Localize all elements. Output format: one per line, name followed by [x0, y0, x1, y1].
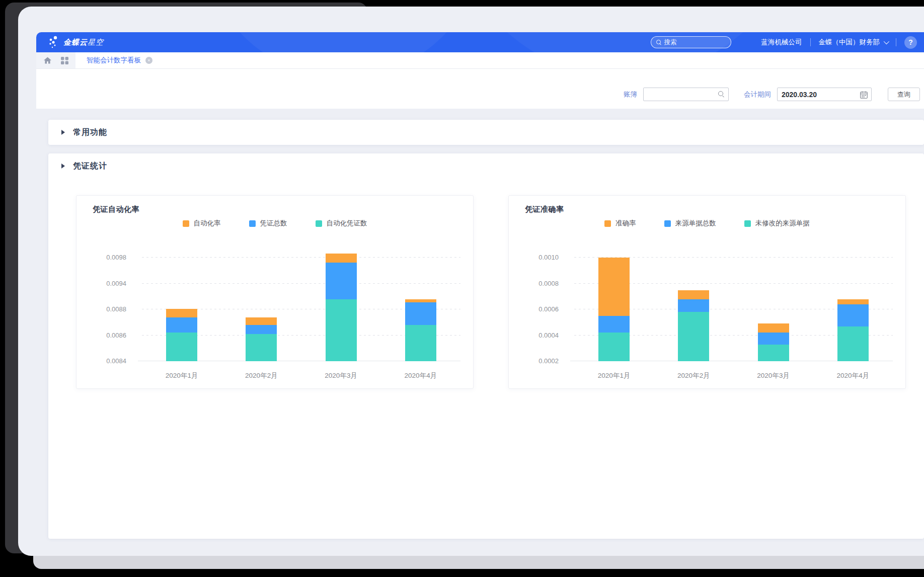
- tab-bar: 智能会计数字看板 ×: [36, 52, 924, 69]
- stacked-bar: [326, 246, 357, 361]
- y-axis: 0.00020.00040.00060.00080.0010: [509, 246, 567, 361]
- calendar-icon[interactable]: [860, 91, 868, 101]
- help-icon[interactable]: ?: [904, 36, 917, 49]
- desktop-background: 金蝶云星空 搜索 蓝海机械公司 金蝶（中国）财务部 ?: [0, 0, 924, 577]
- legend-label: 自动化率: [194, 219, 221, 228]
- bar-segment[interactable]: [166, 317, 197, 333]
- legend-item[interactable]: 自动化率: [183, 219, 221, 228]
- legend-swatch: [744, 220, 751, 227]
- y-tick-label: 0.0002: [538, 357, 559, 365]
- y-tick-label: 0.0086: [106, 332, 126, 340]
- bar-segment[interactable]: [837, 299, 869, 304]
- home-icon[interactable]: [43, 56, 52, 65]
- period-input[interactable]: [778, 88, 871, 101]
- bar-segment[interactable]: [166, 309, 197, 317]
- bar-segment[interactable]: [405, 299, 436, 303]
- y-tick-label: 0.0008: [538, 280, 559, 288]
- section-header[interactable]: 凭证统计: [48, 153, 924, 179]
- company-name[interactable]: 蓝海机械公司: [761, 38, 802, 47]
- section-common-functions[interactable]: 常用功能: [48, 120, 924, 145]
- org-switcher[interactable]: 金蝶（中国）财务部: [819, 38, 880, 47]
- bar-segment[interactable]: [837, 326, 869, 361]
- legend-swatch: [249, 220, 256, 227]
- bar-column: [654, 246, 733, 361]
- y-tick-label: 0.0006: [538, 305, 559, 313]
- bar-column: [381, 246, 460, 361]
- search-icon[interactable]: [718, 91, 724, 97]
- bar-segment[interactable]: [837, 304, 869, 326]
- bar-segment[interactable]: [405, 302, 436, 325]
- bar-column: [142, 246, 221, 361]
- bar-segment[interactable]: [758, 345, 789, 361]
- bar-segment[interactable]: [678, 312, 709, 361]
- bar-segment[interactable]: [598, 333, 630, 361]
- window-bottom-strip: [33, 556, 924, 569]
- x-axis-label: 2020年3月: [734, 371, 813, 380]
- bar-segment[interactable]: [598, 316, 630, 333]
- stacked-bar: [598, 246, 630, 361]
- x-axis-label: 2020年2月: [221, 371, 301, 380]
- y-axis: 0.00840.00860.00880.00940.0098: [76, 246, 134, 361]
- legend-item[interactable]: 自动化凭证数: [316, 219, 367, 228]
- app-header: 金蝶云星空 搜索 蓝海机械公司 金蝶（中国）财务部 ?: [36, 32, 924, 52]
- bar-segment[interactable]: [758, 323, 789, 333]
- search-icon: [656, 40, 661, 45]
- kingdee-dots-icon: [48, 36, 59, 49]
- x-axis-label: 2020年1月: [142, 371, 221, 380]
- bar-segment[interactable]: [758, 333, 789, 344]
- legend-item[interactable]: 准确率: [604, 219, 636, 228]
- chart-title: 凭证准确率: [525, 205, 564, 214]
- legend-item[interactable]: 未修改的来源单据: [744, 219, 810, 228]
- logo-text: 金蝶云星空: [63, 38, 104, 47]
- chevron-down-icon[interactable]: [884, 39, 889, 44]
- header-right: 搜索 蓝海机械公司 金蝶（中国）财务部 ?: [651, 32, 917, 52]
- collapse-arrow-icon: [61, 130, 65, 135]
- x-axis: 2020年1月2020年2月2020年3月2020年4月: [142, 371, 460, 380]
- chart-legend: 自动化率凭证总数自动化凭证数: [76, 219, 473, 228]
- bar-segment[interactable]: [326, 254, 357, 263]
- query-button[interactable]: 查询: [888, 88, 920, 101]
- apps-grid-icon[interactable]: [60, 56, 69, 65]
- global-search-input[interactable]: 搜索: [651, 36, 731, 48]
- bar-column: [574, 246, 654, 361]
- filter-toolbar: 账簿 会计期间: [36, 69, 924, 109]
- legend-item[interactable]: 凭证总数: [249, 219, 287, 228]
- bar-segment[interactable]: [326, 299, 357, 361]
- bar-segment[interactable]: [598, 258, 630, 316]
- bar-segment[interactable]: [246, 325, 277, 334]
- section-voucher-statistics: 凭证统计 凭证自动化率 自动化率凭证总数自动化凭证数 0.00840.00860…: [48, 153, 924, 539]
- bar-segment[interactable]: [166, 333, 197, 361]
- app-logo: 金蝶云星空: [48, 36, 104, 49]
- chart-title: 凭证自动化率: [93, 205, 139, 214]
- bar-segment[interactable]: [326, 263, 357, 299]
- stacked-bar: [678, 246, 709, 361]
- header-decoration: [202, 32, 484, 52]
- legend-item[interactable]: 来源单据总数: [664, 219, 716, 228]
- section-header[interactable]: 常用功能: [48, 120, 107, 145]
- x-axis: 2020年1月2020年2月2020年3月2020年4月: [574, 371, 893, 380]
- chart-legend: 准确率来源单据总数未修改的来源单据: [509, 219, 905, 228]
- tab-nav-icons: [36, 52, 75, 68]
- x-axis-label: 2020年2月: [654, 371, 733, 380]
- y-tick-label: 0.0010: [538, 254, 559, 262]
- stacked-bar: [246, 246, 277, 361]
- stacked-bar: [758, 246, 789, 361]
- bar-segment[interactable]: [246, 317, 277, 325]
- close-icon[interactable]: ×: [145, 57, 152, 64]
- bars-layer: [142, 246, 460, 361]
- charts-row: 凭证自动化率 自动化率凭证总数自动化凭证数 0.00840.00860.0088…: [76, 195, 906, 389]
- chart-card-voucher-accuracy-rate: 凭证准确率 准确率来源单据总数未修改的来源单据 0.00020.00040.00…: [508, 195, 906, 389]
- ledger-input[interactable]: [644, 88, 728, 101]
- bar-segment[interactable]: [246, 334, 277, 361]
- ledger-input-box: [643, 88, 729, 101]
- legend-swatch: [664, 220, 671, 227]
- tab-label: 智能会计数字看板: [87, 56, 141, 65]
- ledger-label: 账簿: [624, 90, 637, 99]
- tab-smart-accounting-dashboard[interactable]: 智能会计数字看板 ×: [75, 52, 162, 68]
- bar-segment[interactable]: [405, 325, 436, 361]
- bar-segment[interactable]: [678, 290, 709, 299]
- search-placeholder: 搜索: [664, 38, 677, 47]
- bar-segment[interactable]: [678, 299, 709, 312]
- stacked-bar: [166, 246, 197, 361]
- section-title: 凭证统计: [73, 161, 107, 172]
